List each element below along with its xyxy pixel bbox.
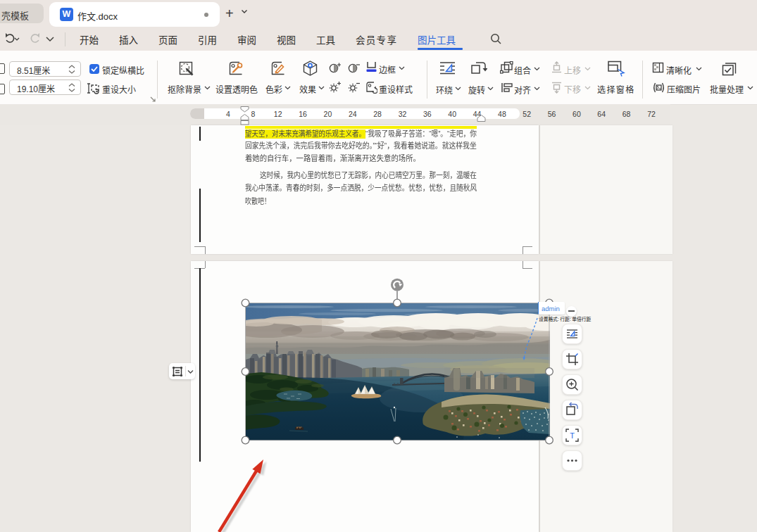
svg-text:T: T	[570, 431, 575, 439]
